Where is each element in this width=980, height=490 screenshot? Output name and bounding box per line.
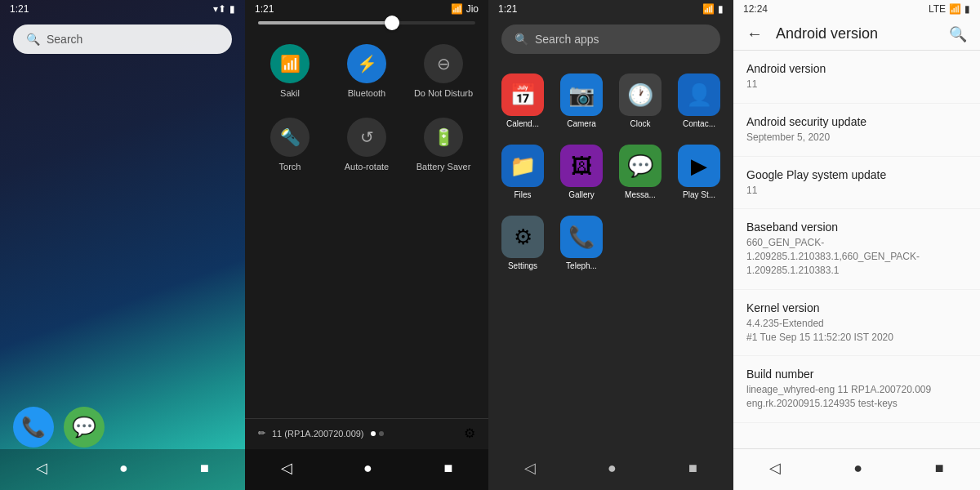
qs-autorotate-icon: ↺ bbox=[347, 118, 386, 157]
qs-bluetooth-icon: ⚡ bbox=[347, 44, 386, 83]
qs-tile-torch[interactable]: 🔦 Torch bbox=[252, 108, 328, 181]
recents-button-av[interactable]: ■ bbox=[935, 460, 944, 477]
av-kernel-title: Kernel version bbox=[746, 301, 967, 314]
phone-icon: 📞 bbox=[21, 416, 46, 439]
av-build-value: lineage_whyred-eng 11 RP1A.200720.009 en… bbox=[746, 383, 967, 411]
settings-label: Settings bbox=[508, 261, 537, 270]
qs-tile-wifi[interactable]: 📶 Sakil bbox=[252, 34, 328, 108]
app-item-playstore[interactable]: ▶ Play St... bbox=[671, 138, 727, 206]
signal-icon-panel2: 📶 bbox=[451, 3, 463, 15]
search-icon-drawer: 🔍 bbox=[514, 33, 528, 46]
qs-dnd-icon: ⊖ bbox=[424, 44, 463, 83]
app-item-camera[interactable]: 📷 Camera bbox=[554, 67, 609, 135]
av-security-update-title: Android security update bbox=[746, 115, 967, 128]
av-item-build: Build number lineage_whyred-eng 11 RP1A.… bbox=[733, 356, 980, 423]
recents-button-panel2[interactable]: ■ bbox=[443, 460, 452, 477]
back-button-panel1[interactable]: ◁ bbox=[36, 459, 47, 477]
app-item-telephone[interactable]: 📞 Teleph... bbox=[554, 209, 609, 277]
search-bar-panel1[interactable]: 🔍 Search bbox=[13, 24, 232, 54]
time-panel1: 1:21 bbox=[10, 3, 29, 15]
qs-tile-battery-saver[interactable]: 🔋 Battery Saver bbox=[405, 108, 482, 181]
av-kernel-value: 4.4.235-Extended #1 Tue Sep 15 11:52:20 … bbox=[746, 317, 967, 345]
app-item-contacts[interactable]: 👤 Contac... bbox=[671, 67, 727, 135]
messages-app-icon: 💬 bbox=[619, 145, 662, 187]
home-button-av[interactable]: ● bbox=[853, 460, 862, 477]
qs-pagination-dots bbox=[371, 431, 384, 436]
bottom-nav-panel3: ◁ ● ■ bbox=[488, 449, 733, 490]
bottom-nav-panel4: ◁ ● ■ bbox=[733, 448, 980, 490]
home-button-panel3[interactable]: ● bbox=[608, 460, 617, 477]
qs-bluetooth-label: Bluetooth bbox=[348, 88, 385, 98]
brightness-slider[interactable] bbox=[258, 21, 475, 24]
brightness-row[interactable] bbox=[245, 18, 488, 34]
app-item-settings[interactable]: ⚙ Settings bbox=[495, 209, 550, 277]
calendar-label: Calend... bbox=[506, 119, 539, 128]
qs-torch-label: Torch bbox=[279, 162, 301, 172]
av-baseband-title: Baseband version bbox=[746, 220, 967, 234]
brightness-thumb[interactable] bbox=[385, 16, 399, 30]
av-android-version-title: Android version bbox=[746, 62, 967, 75]
qs-battery-saver-label: Battery Saver bbox=[416, 162, 471, 172]
clock-icon: 🕐 bbox=[619, 74, 662, 116]
qs-tiles-grid: 📶 Sakil ⚡ Bluetooth ⊖ Do Not Disturb 🔦 T… bbox=[245, 34, 488, 181]
files-label: Files bbox=[514, 190, 531, 199]
dock-phone-icon[interactable]: 📞 bbox=[13, 407, 54, 448]
app-item-gallery[interactable]: 🖼 Gallery bbox=[554, 138, 609, 206]
qs-tile-dnd[interactable]: ⊖ Do Not Disturb bbox=[405, 34, 482, 108]
search-label-panel1: Search bbox=[47, 33, 82, 46]
dock-panel1: 📞 💬 bbox=[0, 407, 245, 448]
back-button-av[interactable]: ◁ bbox=[769, 459, 781, 477]
battery-icon-panel4: ▮ bbox=[964, 3, 970, 15]
home-button-panel1[interactable]: ● bbox=[119, 460, 128, 477]
dot-2 bbox=[379, 431, 384, 436]
contacts-icon: 👤 bbox=[678, 74, 720, 116]
battery-icon-panel3: ▮ bbox=[718, 3, 724, 15]
telephone-icon: 📞 bbox=[560, 216, 603, 258]
qs-tile-bluetooth[interactable]: ⚡ Bluetooth bbox=[328, 34, 405, 108]
time-panel3: 1:21 bbox=[498, 3, 517, 15]
recents-button-panel3[interactable]: ■ bbox=[688, 460, 697, 477]
qs-footer: ✏ 11 (RP1A.200720.009) ⚙ bbox=[245, 418, 488, 448]
clock-label: Clock bbox=[630, 119, 650, 128]
app-item-clock[interactable]: 🕐 Clock bbox=[612, 67, 668, 135]
av-item-security-update: Android security update September 5, 202… bbox=[733, 104, 980, 157]
contacts-label: Contac... bbox=[683, 119, 715, 128]
back-button-panel3[interactable]: ◁ bbox=[524, 459, 536, 477]
drawer-search-bar[interactable]: 🔍 Search apps bbox=[501, 24, 720, 54]
qs-status-icons: 📶 Jio bbox=[451, 3, 479, 15]
av-android-version-value: 11 bbox=[746, 78, 967, 91]
qs-tile-autorotate[interactable]: ↺ Auto-rotate bbox=[328, 108, 405, 181]
status-icons-panel1: ▾⬆ ▮ bbox=[213, 3, 235, 15]
qs-autorotate-label: Auto-rotate bbox=[345, 162, 389, 172]
qs-dnd-label: Do Not Disturb bbox=[414, 88, 473, 98]
qs-version-label: 11 (RP1A.200720.009) bbox=[272, 429, 364, 439]
battery-icon: ▮ bbox=[229, 3, 235, 15]
home-screen-panel: 1:21 ▾⬆ ▮ 🔍 Search 📞 💬 ◁ ● ■ bbox=[0, 0, 245, 490]
quick-settings-panel: 1:21 📶 Jio 📶 Sakil ⚡ Bluetooth bbox=[245, 0, 488, 490]
android-version-panel: 12:24 LTE 📶 ▮ ← Android version 🔍 Androi… bbox=[733, 0, 980, 490]
files-icon: 📁 bbox=[501, 145, 544, 187]
av-play-update-title: Google Play system update bbox=[746, 168, 967, 181]
calendar-icon: 📅 bbox=[501, 74, 544, 116]
home-button-panel2[interactable]: ● bbox=[363, 460, 372, 477]
app-item-files[interactable]: 📁 Files bbox=[495, 138, 550, 206]
carrier-label: Jio bbox=[466, 3, 479, 15]
wifi-icon: ▾⬆ bbox=[213, 3, 226, 15]
app-item-messages[interactable]: 💬 Messa... bbox=[612, 138, 668, 206]
back-button-panel2[interactable]: ◁ bbox=[281, 459, 292, 477]
search-icon-panel1: 🔍 bbox=[26, 33, 40, 46]
brightness-fill bbox=[258, 21, 399, 24]
dock-messages-icon[interactable]: 💬 bbox=[64, 407, 105, 448]
settings-icon-qs[interactable]: ⚙ bbox=[464, 425, 475, 441]
av-baseband-value: 660_GEN_PACK-1.209285.1.210383.1,660_GEN… bbox=[746, 236, 967, 277]
edit-icon: ✏ bbox=[258, 428, 265, 439]
search-icon-panel4[interactable]: 🔍 bbox=[949, 25, 967, 43]
app-item-calendar[interactable]: 📅 Calend... bbox=[495, 67, 550, 135]
messages-icon: 💬 bbox=[72, 416, 96, 439]
gallery-icon: 🖼 bbox=[560, 145, 603, 187]
back-button-panel4[interactable]: ← bbox=[746, 24, 763, 43]
recents-button-panel1[interactable]: ■ bbox=[200, 460, 209, 477]
signal-bars-panel4: 📶 bbox=[949, 3, 961, 15]
qs-wifi-label: Sakil bbox=[280, 88, 300, 98]
bottom-nav-panel1: ◁ ● ■ bbox=[0, 449, 245, 490]
